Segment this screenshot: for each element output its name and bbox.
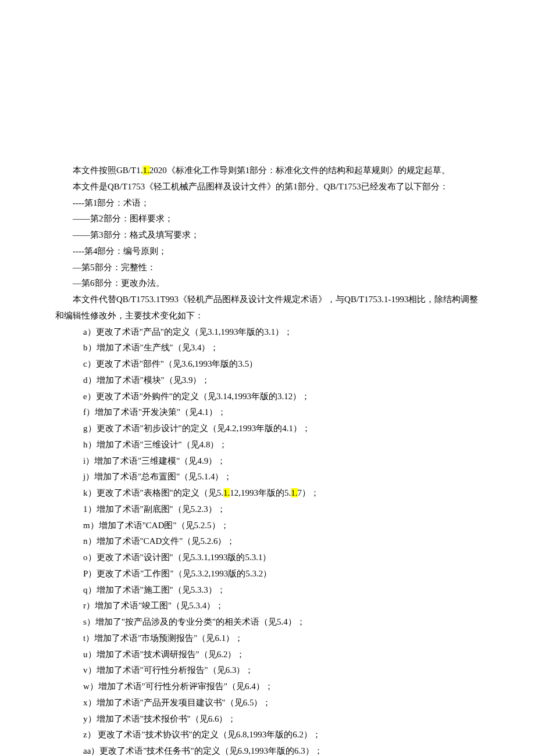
text: 本文件按照GB/T1. [73, 166, 142, 175]
change-item: 1）增加了术语"副底图"（见5.2.3）； [55, 501, 480, 518]
intro-para-3: 本文件代替QB/T1753.1T993《轻机产品图样及设计文件规定术语》，与QB… [55, 292, 480, 324]
change-item: v）增加了术语"可行性分析报告"（见6.3）； [55, 662, 480, 679]
text: 7）； [298, 488, 320, 497]
change-item: q）增加了术语"施工图"（见5.3.3）； [55, 582, 480, 599]
change-item: t）增加了术语"市场预测报告"（见6.1）； [55, 630, 480, 647]
change-item: j）增加了术语"总布置图"（见5.1.4）； [55, 469, 480, 485]
part-item: ----第1部分：术语； [55, 195, 480, 212]
change-item: P）更改了术语"工作图"（见5.3.2,1993版的5.3.2） [55, 566, 480, 582]
change-item: z） 更改了术语"技术协议书"的定义（见6.8,1993年版的6.2）； [55, 727, 480, 743]
change-item: c）更改了术语"部件"（见3.6,1993年版的3.5） [55, 356, 480, 372]
change-item: m）增加了术语"CAD图"（见5.2.5）； [55, 518, 480, 534]
text: k）更改了术语"表格图"的定义（见5. [83, 488, 223, 497]
change-item: f）增加了术语"开发决策"（见4.1）； [55, 404, 480, 421]
part-item: ——第3部分：格式及填写要求； [55, 227, 480, 243]
part-item: —第6部分：更改办法。 [55, 275, 480, 292]
text: 12,1993年版的5. [230, 488, 291, 497]
change-item: a）更改了术语"产品"的定义（见3.1,1993年版的3.1）； [55, 324, 480, 341]
document-page: 本文件按照GB/T1.1.2020《标准化工作导则第1部分：标准化文件的结构和起… [0, 0, 535, 756]
change-item: d）增加了术语"模块"（见3.9）； [55, 372, 480, 389]
change-item: e）更改了术语"外购件"的定义（见3.14,1993年版的3.12）； [55, 389, 480, 405]
part-item: —第5部分：完整性： [55, 260, 480, 276]
change-item: i）增加了术语"三维建模"（见4.9）； [55, 453, 480, 470]
change-item: x）增加了术语"产品开发项目建议书"（见6.5）； [55, 695, 480, 711]
highlight: 1. [142, 166, 149, 175]
intro-para-2: 本文件是QB/T1753《轻工机械产品图样及设计文件》的第1部分。QB/T175… [55, 179, 480, 195]
intro-para-1: 本文件按照GB/T1.1.2020《标准化工作导则第1部分：标准化文件的结构和起… [55, 163, 480, 179]
change-item: n）增加了术语"CAD文件"（见5.2.6）； [55, 533, 480, 550]
change-item: g）更改了术语"初步设计"的定义（见4.2,1993年版的4.1）； [55, 421, 480, 437]
change-item: h）增加了术语"三维设计"（见4.8）； [55, 437, 480, 453]
part-item: ----第4部分：编号原则； [55, 243, 480, 260]
highlight: 1. [223, 488, 230, 497]
change-item-k: k）更改了术语"表格图"的定义（见5.1.12,1993年版的5.1.7）； [55, 485, 480, 501]
change-item: s）增加了"按产品涉及的专业分类"的相关术语（见5.4）； [55, 614, 480, 630]
text: 2020《标准化工作导则第1部分：标准化文件的结构和起草规则》的规定起草。 [149, 166, 451, 175]
change-item: aa）更改了术语"技术任务书"的定义（见6.9,1993年版的6.3）； [55, 743, 480, 756]
change-item: w）增加了术语"可行性分析评审报告"（见6.4）； [55, 679, 480, 695]
part-item: ——第2部分：图样要求； [55, 211, 480, 227]
change-item: y）增加了术语"技术报价书"（见6.6）； [55, 711, 480, 728]
highlight: 1. [291, 488, 297, 497]
change-item: b）增加了术语"生产线"（见3.4）； [55, 340, 480, 356]
change-item: o）更改了术语"设计图"（见5.3.1,1993版的5.3.1） [55, 550, 480, 566]
change-item: r）增加了术语"竣工图"（见5.3.4）； [55, 598, 480, 614]
change-item: u）增加了术语"技术调研报告"（见6.2）； [55, 647, 480, 663]
